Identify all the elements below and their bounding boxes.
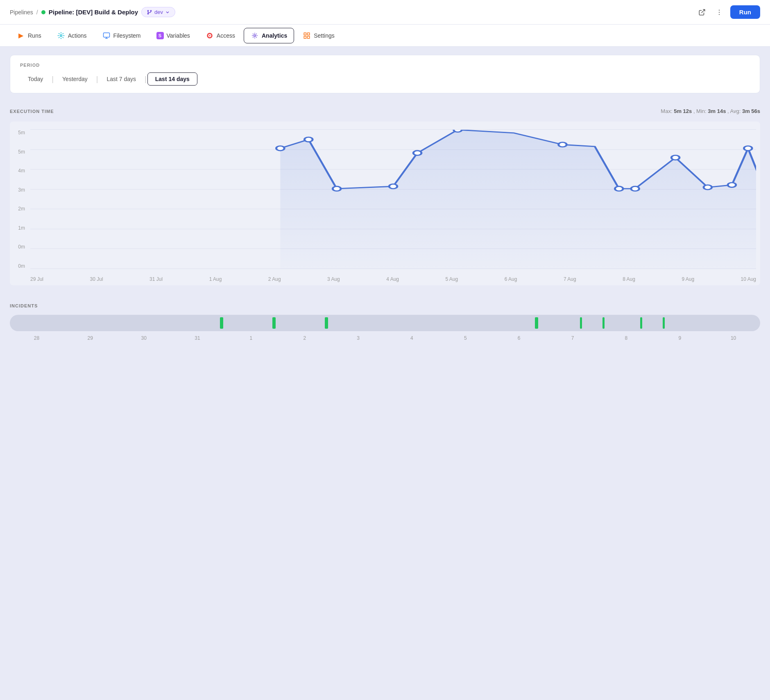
status-dot [41, 10, 45, 14]
data-point [304, 137, 313, 142]
filesystem-icon [102, 32, 111, 40]
period-today[interactable]: Today [20, 72, 51, 86]
tab-runs-label: Runs [28, 32, 41, 39]
x-label-10aug: 10 Aug [741, 276, 756, 282]
x-label-7aug: 7 Aug [564, 276, 576, 282]
incident-mark-3 [325, 317, 328, 329]
chart-area [280, 130, 756, 269]
execution-chart-svg [30, 130, 756, 269]
incident-x-29: 29 [63, 335, 117, 341]
chart-title: EXECUTION TIME [10, 109, 54, 114]
period-last7[interactable]: Last 7 days [99, 72, 144, 86]
x-label-2aug: 2 Aug [268, 276, 281, 282]
chart-stats: Max: 5m 12s , Min: 3m 14s , Avg: 3m 56s [661, 108, 760, 114]
data-point [276, 146, 285, 151]
branch-icon [147, 9, 152, 15]
branch-badge[interactable]: dev [141, 7, 175, 17]
incident-x-28: 28 [10, 335, 63, 341]
incident-x-8: 8 [599, 335, 653, 341]
incident-mark-1 [220, 317, 223, 329]
incidents-section: INCIDENTS 28 29 30 31 1 2 [10, 303, 760, 341]
branch-label: dev [154, 9, 163, 15]
breadcrumb-separator: / [36, 9, 38, 16]
x-label-6aug: 6 Aug [505, 276, 517, 282]
incidents-bar [10, 315, 760, 331]
chevron-down-icon [165, 10, 170, 15]
external-link-icon [698, 9, 706, 16]
svg-point-0 [147, 10, 148, 11]
y-label-4m: 4m [10, 168, 28, 174]
x-axis: 29 Jul 30 Jul 31 Jul 1 Aug 2 Aug 3 Aug 4… [30, 276, 756, 282]
tab-filesystem[interactable]: Filesystem [95, 28, 148, 43]
incident-x-9: 9 [653, 335, 707, 341]
y-label-0m: 0m [10, 244, 28, 250]
data-point [615, 186, 623, 191]
svg-rect-7 [103, 33, 109, 37]
svg-rect-14 [308, 36, 310, 38]
data-point [454, 130, 462, 132]
y-label-5m: 5m [10, 149, 28, 155]
more-dots-icon [716, 9, 723, 16]
period-yesterday[interactable]: Yesterday [54, 72, 95, 86]
period-card: PERIOD Today | Yesterday | Last 7 days |… [10, 55, 760, 93]
tab-analytics-label: Analytics [262, 32, 287, 39]
tab-actions[interactable]: Actions [50, 28, 94, 43]
stats-max-prefix: Max: [661, 108, 674, 114]
incident-x-4: 4 [385, 335, 439, 341]
variables-icon: S [156, 32, 164, 39]
incident-x-30: 30 [117, 335, 171, 341]
svg-point-10 [209, 35, 210, 36]
tab-variables-label: Variables [167, 32, 190, 39]
tab-variables[interactable]: S Variables [149, 28, 197, 43]
more-options-button[interactable] [713, 6, 725, 18]
tab-analytics[interactable]: Analytics [244, 28, 294, 43]
stats-avg: 3m 56s [742, 108, 760, 114]
run-button[interactable]: Run [730, 5, 760, 19]
tab-settings[interactable]: Settings [296, 28, 342, 43]
incident-mark-8a [580, 317, 582, 329]
x-label-8aug: 8 Aug [623, 276, 635, 282]
incident-x-7: 7 [546, 335, 600, 341]
incident-x-3: 3 [331, 335, 385, 341]
incidents-title: INCIDENTS [10, 303, 760, 308]
access-icon [206, 32, 214, 40]
incident-mark-9a [640, 317, 642, 329]
chart-header: EXECUTION TIME Max: 5m 12s , Min: 3m 14s… [10, 102, 760, 117]
y-label-0m-bottom: 0m [10, 263, 28, 269]
incident-x-2: 2 [278, 335, 331, 341]
x-label-31jul: 31 Jul [149, 276, 163, 282]
breadcrumb-pipelines[interactable]: Pipelines [10, 9, 33, 16]
x-label-29jul: 29 Jul [30, 276, 43, 282]
svg-point-3 [719, 9, 720, 10]
chart-container: 0m 0m 1m 2m 3m 4m 5m 5m [10, 122, 760, 285]
svg-point-5 [719, 14, 720, 15]
incident-x-31: 31 [171, 335, 224, 341]
svg-rect-13 [308, 33, 310, 35]
incident-mark-7 [535, 317, 538, 329]
tab-access[interactable]: Access [199, 28, 242, 43]
svg-point-2 [147, 13, 148, 14]
nav-tabs: ▶ Runs Actions Filesystem S Variables [0, 25, 770, 47]
svg-rect-12 [304, 33, 306, 35]
stats-avg-prefix: , Avg: [727, 108, 742, 114]
analytics-icon [251, 32, 259, 40]
tab-settings-label: Settings [314, 32, 335, 39]
y-axis: 0m 0m 1m 2m 3m 4m 5m 5m [10, 130, 28, 269]
period-last14[interactable]: Last 14 days [147, 72, 197, 86]
settings-icon [303, 32, 311, 40]
x-label-1aug: 1 Aug [209, 276, 222, 282]
data-point [559, 142, 567, 147]
header: Pipelines / Pipeline: [DEV] Build & Depl… [0, 0, 770, 25]
svg-point-4 [719, 11, 720, 12]
tab-filesystem-label: Filesystem [113, 32, 141, 39]
header-right: Run [696, 5, 760, 19]
svg-point-11 [254, 34, 256, 36]
data-point [333, 186, 341, 191]
data-point [389, 184, 397, 189]
tab-runs[interactable]: ▶ Runs [10, 28, 48, 43]
header-left: Pipelines / Pipeline: [DEV] Build & Depl… [10, 7, 175, 17]
chart-section: EXECUTION TIME Max: 5m 12s , Min: 3m 14s… [10, 102, 760, 294]
x-label-3aug: 3 Aug [327, 276, 340, 282]
external-link-button[interactable] [696, 6, 708, 18]
data-point [631, 186, 639, 191]
